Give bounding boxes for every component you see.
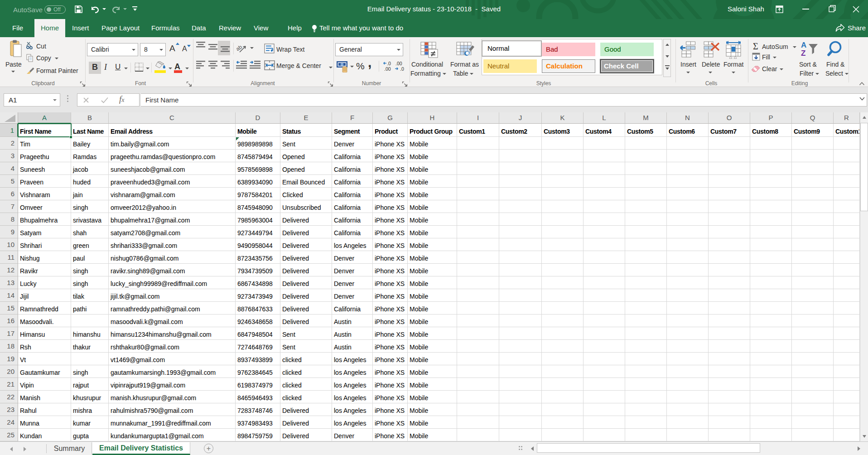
svg-text:Z: Z [801, 49, 805, 58]
svg-text:.00: .00 [384, 66, 391, 72]
svg-text:.0: .0 [400, 66, 404, 72]
svg-text:ab: ab [236, 44, 243, 52]
svg-text:.00: .00 [395, 61, 402, 66]
svg-text:.0: .0 [387, 61, 391, 66]
svg-text:A: A [801, 41, 806, 49]
